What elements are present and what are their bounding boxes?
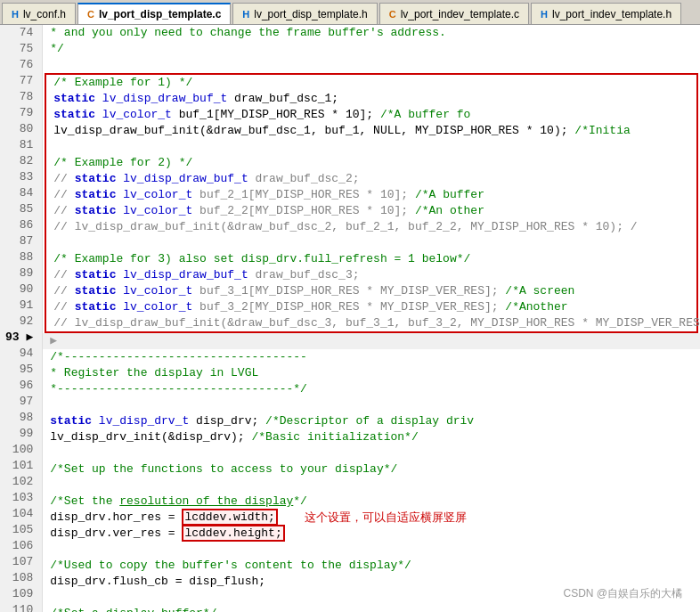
line-num-107: 107 bbox=[5, 554, 37, 570]
line-num-106: 106 bbox=[5, 538, 37, 554]
line-num-93: 93 ▶ bbox=[5, 330, 37, 346]
file-icon-h2: H bbox=[242, 9, 249, 20]
line-num-105: 105 bbox=[5, 522, 37, 538]
code-line-95: * Register the display in LVGL bbox=[43, 365, 700, 381]
code-line-77: /* Example for 1) */ bbox=[46, 75, 696, 91]
code-line-102 bbox=[43, 477, 700, 494]
code-line-90: // static lv_color_t buf_3_1[MY_DISP_HOR… bbox=[46, 283, 696, 299]
line-num-89: 89 bbox=[5, 265, 37, 282]
tab-bar: H lv_conf.h C lv_port_disp_template.c H … bbox=[0, 0, 700, 25]
code-line-78: static lv_disp_draw_buf_t draw_buf_dsc_1… bbox=[46, 91, 696, 107]
code-line-107: /*Used to copy the buffer's content to t… bbox=[43, 558, 700, 574]
tab-label-0: lv_conf.h bbox=[23, 8, 66, 20]
line-num-90: 90 bbox=[5, 282, 37, 298]
line-num-100: 100 bbox=[5, 442, 37, 458]
code-line-88: /* Example for 3) also set disp_drv.full… bbox=[46, 251, 696, 267]
code-line-101: /*Set up the functions to access to your… bbox=[43, 461, 700, 477]
line-num-78: 78 bbox=[5, 89, 37, 105]
annotation-104-105: 这个设置，可以自适应横屏竖屏 bbox=[305, 510, 467, 526]
line-num-85: 85 bbox=[5, 201, 37, 217]
line-num-104: 104 bbox=[5, 506, 37, 522]
code-line-84: // static lv_color_t buf_2_1[MY_DISP_HOR… bbox=[46, 187, 696, 203]
code-line-103: /*Set the resolution of the display*/ bbox=[43, 494, 700, 510]
line-num-88: 88 bbox=[5, 249, 37, 265]
line-num-99: 99 bbox=[5, 426, 37, 442]
tab-lv-conf-h[interactable]: H lv_conf.h bbox=[2, 3, 76, 24]
line-num-87: 87 bbox=[5, 233, 37, 249]
file-icon-c2: C bbox=[389, 9, 396, 20]
code-line-89: // static lv_disp_draw_buf_t draw_buf_ds… bbox=[46, 267, 696, 283]
line-num-95: 95 bbox=[5, 362, 37, 378]
code-line-98: static lv_disp_drv_t disp_drv; /*Descrip… bbox=[43, 413, 700, 429]
code-line-76 bbox=[43, 57, 700, 73]
line-num-98: 98 bbox=[5, 410, 37, 426]
tab-lv-port-disp-template-h[interactable]: H lv_port_disp_template.h bbox=[232, 3, 377, 24]
file-icon-h: H bbox=[12, 9, 19, 20]
code-line-87 bbox=[46, 235, 696, 251]
code-line-75: */ bbox=[43, 41, 700, 57]
code-line-100 bbox=[43, 445, 700, 461]
line-num-74: 74 bbox=[5, 25, 37, 41]
code-line-92: // lv_disp_draw_buf_init(&draw_buf_dsc_3… bbox=[46, 315, 696, 331]
line-num-109: 109 bbox=[5, 586, 37, 602]
code-content[interactable]: * and you only need to change the frame … bbox=[43, 25, 700, 612]
code-line-81 bbox=[46, 139, 696, 155]
code-line-82: /* Example for 2) */ bbox=[46, 155, 696, 171]
code-line-86: // lv_disp_draw_buf_init(&draw_buf_dsc_2… bbox=[46, 219, 696, 235]
tab-label-4: lv_port_indev_template.h bbox=[552, 8, 672, 20]
file-icon-h3: H bbox=[541, 9, 548, 20]
line-numbers: 74 75 76 77 78 79 80 81 82 83 84 85 86 8… bbox=[0, 25, 43, 612]
line-num-86: 86 bbox=[5, 217, 37, 233]
code-line-94: /*----------------------------------- bbox=[43, 349, 700, 365]
code-line-110: /*Set a display buffer*/ bbox=[43, 606, 700, 612]
line-num-79: 79 bbox=[5, 105, 37, 121]
line-num-75: 75 bbox=[5, 41, 37, 57]
code-line-74: * and you only need to change the frame … bbox=[43, 25, 700, 41]
line-num-96: 96 bbox=[5, 378, 37, 394]
line-num-91: 91 bbox=[5, 298, 37, 314]
code-line-85: // static lv_color_t buf_2_2[MY_DISP_HOR… bbox=[46, 203, 696, 219]
line-num-108: 108 bbox=[5, 570, 37, 586]
tab-lv-port-disp-template-c[interactable]: C lv_port_disp_template.c bbox=[77, 3, 231, 24]
line-num-97: 97 bbox=[5, 394, 37, 410]
line-num-110: 110 bbox=[5, 602, 37, 612]
line-num-102: 102 bbox=[5, 474, 37, 490]
code-line-104: disp_drv.hor_res = lcddev.width; 这个设置，可以… bbox=[43, 510, 700, 526]
tab-label-1: lv_port_disp_template.c bbox=[99, 8, 221, 20]
line-num-82: 82 bbox=[5, 153, 37, 169]
code-area: 74 75 76 77 78 79 80 81 82 83 84 85 86 8… bbox=[0, 25, 700, 612]
code-line-105: disp_drv.ver_res = lcddev.height; bbox=[43, 526, 700, 542]
line-num-101: 101 bbox=[5, 458, 37, 474]
line-num-76: 76 bbox=[5, 57, 37, 73]
code-line-83: // static lv_disp_draw_buf_t draw_buf_ds… bbox=[46, 171, 696, 187]
line-num-94: 94 bbox=[5, 346, 37, 362]
line-num-84: 84 bbox=[5, 185, 37, 201]
watermark: CSDN @自娱自乐的大橘 bbox=[563, 585, 682, 601]
line-num-77: 77 bbox=[5, 73, 37, 89]
line-num-103: 103 bbox=[5, 490, 37, 506]
tab-lv-port-indev-template-c[interactable]: C lv_port_indev_template.c bbox=[379, 3, 529, 24]
code-line-99: lv_disp_drv_init(&disp_drv); /*Basic ini… bbox=[43, 429, 700, 445]
line-num-83: 83 bbox=[5, 169, 37, 185]
code-line-106 bbox=[43, 542, 700, 558]
tab-label-2: lv_port_disp_template.h bbox=[254, 8, 367, 20]
file-icon-c: C bbox=[87, 9, 94, 20]
code-line-91: // static lv_color_t buf_3_2[MY_DISP_HOR… bbox=[46, 299, 696, 315]
tab-lv-port-indev-template-h[interactable]: H lv_port_indev_template.h bbox=[531, 3, 681, 24]
line-num-81: 81 bbox=[5, 137, 37, 153]
code-line-79: static lv_color_t buf_1[MY_DISP_HOR_RES … bbox=[46, 107, 696, 123]
line-num-80: 80 bbox=[5, 121, 37, 137]
code-line-97 bbox=[43, 397, 700, 413]
code-line-80: lv_disp_draw_buf_init(&draw_buf_dsc_1, b… bbox=[46, 123, 696, 139]
tab-label-3: lv_port_indev_template.c bbox=[401, 8, 519, 20]
code-line-93: ▶ bbox=[43, 333, 700, 349]
code-line-96: *----------------------------------*/ bbox=[43, 381, 700, 397]
highlighted-block: /* Example for 1) */ static lv_disp_draw… bbox=[45, 73, 698, 333]
line-num-92: 92 bbox=[5, 314, 37, 330]
